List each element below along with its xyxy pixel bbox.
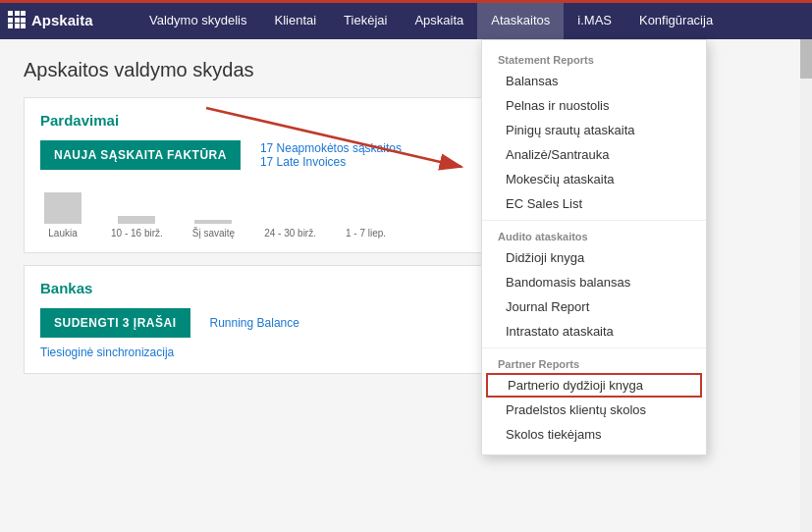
- dropdown-partnerio-didzioji[interactable]: Partnerio dydžioji knyga: [486, 373, 702, 398]
- nav-apskaita[interactable]: Apskaita: [401, 0, 477, 39]
- divider-1: [482, 220, 706, 221]
- partner-reports-label: Partner Reports: [482, 352, 706, 373]
- new-invoice-button[interactable]: NAUJA SĄSKAITA FAKTŪRA: [40, 140, 241, 170]
- sales-links: 17 Neapmokėtos sąskaitos 17 Late Invoice…: [260, 141, 402, 169]
- unpaid-invoices-link[interactable]: 17 Neapmokėtos sąskaitos: [260, 141, 402, 155]
- bank-card-row: SUDENGTI 3 ĮRAŠAI Running Balance: [40, 308, 478, 338]
- dropdown-pinigu[interactable]: Pinigų srautų ataskaita: [482, 118, 706, 142]
- dropdown-pelnas[interactable]: Pelnas ir nuostolis: [482, 93, 706, 118]
- bar-label-4: 24 - 30 birž.: [264, 228, 316, 239]
- late-invoices-link[interactable]: 17 Late Invoices: [260, 155, 402, 169]
- bar-label-2: 10 - 16 birž.: [111, 228, 163, 239]
- sync-link[interactable]: Tiesioginė sinchronizacija: [40, 346, 478, 359]
- audito-label: Audito ataskaitos: [482, 225, 706, 245]
- bar-label-1: Laukia: [48, 228, 77, 239]
- divider-2: [482, 347, 706, 348]
- dropdown-balansas[interactable]: Balansas: [482, 69, 706, 93]
- ataskaitos-dropdown: Statement Reports Balansas Pelnas ir nuo…: [481, 39, 707, 455]
- nav-tiekejai[interactable]: Tiekėjai: [330, 0, 401, 39]
- reconcile-button[interactable]: SUDENGTI 3 ĮRAŠAI: [40, 308, 190, 338]
- app-name: Apskaita: [31, 12, 93, 28]
- dropdown-skolos[interactable]: Skolos tiekėjams: [482, 422, 706, 447]
- chart-col-5: 1 - 7 liep.: [346, 224, 386, 239]
- nav-imas[interactable]: i.MAS: [564, 0, 625, 39]
- dropdown-intrastato[interactable]: Intrastato ataskaita: [482, 319, 706, 344]
- nav-konfiguracija[interactable]: Konfigūracija: [625, 0, 727, 39]
- scrollbar[interactable]: [800, 39, 812, 532]
- grid-icon: [8, 11, 26, 28]
- top-navigation: Apskaita Valdymo skydelis Klientai Tiekė…: [0, 0, 812, 39]
- bar-label-3: Šį savaitę: [192, 228, 235, 239]
- nav-klientai[interactable]: Klientai: [260, 0, 330, 39]
- running-balance-link[interactable]: Running Balance: [210, 316, 299, 330]
- dropdown-ec-sales[interactable]: EC Sales List: [482, 191, 706, 216]
- dropdown-analize[interactable]: Analizė/Santrauka: [482, 142, 706, 167]
- chart-col-4: 24 - 30 birž.: [264, 224, 316, 239]
- dropdown-pradelstos[interactable]: Pradelstos klientų skolos: [482, 398, 706, 422]
- bar-2: [118, 216, 155, 224]
- scrollbar-thumb[interactable]: [800, 39, 812, 79]
- chart-col-2: 10 - 16 birž.: [111, 216, 163, 239]
- statement-reports-label: Statement Reports: [482, 48, 706, 69]
- dropdown-didzioji[interactable]: Didžioji knyga: [482, 245, 706, 270]
- bar-label-5: 1 - 7 liep.: [346, 228, 386, 239]
- app-logo[interactable]: Apskaita: [8, 11, 116, 28]
- chart-col-1: Laukia: [44, 192, 81, 239]
- dropdown-journal-report[interactable]: Journal Report: [482, 294, 706, 319]
- dropdown-mokesciu[interactable]: Mokesčių ataskaita: [482, 167, 706, 191]
- sales-chart: Laukia 10 - 16 birž. Šį savaitę 24 - 30 …: [40, 180, 478, 239]
- sales-card: Pardavimai NAUJA SĄSKAITA FAKTŪRA 17 Nea…: [24, 97, 495, 253]
- sales-card-title: Pardavimai: [40, 112, 478, 129]
- nav-valdymo-skydelis[interactable]: Valdymo skydelis: [135, 0, 260, 39]
- bank-card-title: Bankas: [40, 280, 478, 296]
- dropdown-bandomasis[interactable]: Bandomasis balansas: [482, 270, 706, 294]
- bar-3: [194, 220, 232, 224]
- sales-card-row: NAUJA SĄSKAITA FAKTŪRA 17 Neapmokėtos są…: [40, 140, 478, 170]
- chart-col-3: Šį savaitę: [192, 220, 235, 239]
- bank-card: Bankas SUDENGTI 3 ĮRAŠAI Running Balance…: [24, 265, 495, 374]
- bar-1: [44, 192, 81, 224]
- top-accent-bar: [0, 0, 812, 3]
- nav-ataskaitos[interactable]: Ataskaitos: [477, 0, 564, 39]
